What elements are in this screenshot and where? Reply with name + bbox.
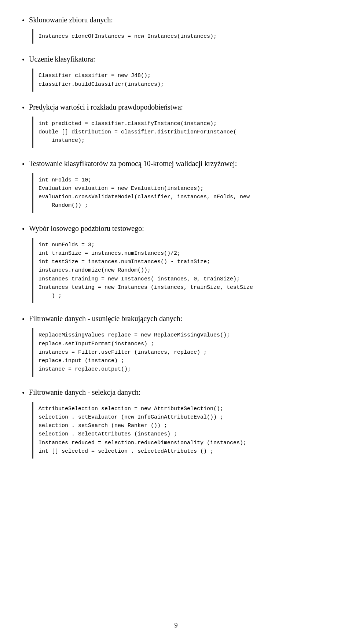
code-block-1: Instances cloneOfInstances = new Instanc… bbox=[32, 29, 330, 44]
bullet-item-3: • Predykcja wartości i rozkładu prawdopo… bbox=[22, 102, 330, 113]
section-title-4: Testowanie klasyfikatorów za pomocą 10-k… bbox=[29, 158, 237, 169]
bullet-icon-4: • bbox=[22, 159, 25, 169]
bullet-icon-5: • bbox=[22, 224, 25, 234]
bullet-icon-2: • bbox=[22, 55, 25, 65]
bullet-item-2: • Uczenie klasyfikatora: bbox=[22, 54, 330, 65]
page-content: • Sklonowanie zbioru danych: Instances c… bbox=[22, 15, 330, 459]
section-6: • Filtrowanie danych - usunięcie brakują… bbox=[22, 313, 330, 376]
code-block-4: int nFolds = 10; Evaluation evaluation =… bbox=[32, 173, 330, 213]
section-2: • Uczenie klasyfikatora: Classifier clas… bbox=[22, 54, 330, 92]
section-5: • Wybór losowego podzbioru testowego: in… bbox=[22, 223, 330, 303]
section-title-3: Predykcja wartości i rozkładu prawdopodo… bbox=[29, 102, 183, 112]
page-number: 9 bbox=[0, 622, 352, 629]
bullet-icon-1: • bbox=[22, 15, 25, 26]
bullet-icon-7: • bbox=[22, 388, 25, 398]
section-1: • Sklonowanie zbioru danych: Instances c… bbox=[22, 15, 330, 44]
section-7: • Filtrowanie danych - selekcja danych: … bbox=[22, 387, 330, 459]
code-block-2: Classifier classifier = new J48(); class… bbox=[32, 69, 330, 92]
code-block-7: AttributeSelection selection = new Attri… bbox=[32, 402, 330, 459]
bullet-icon-6: • bbox=[22, 314, 25, 324]
section-title-5: Wybór losowego podzbioru testowego: bbox=[29, 223, 144, 233]
code-block-5: int numFolds = 3; int trainSize = instan… bbox=[32, 238, 330, 303]
bullet-item-6: • Filtrowanie danych - usunięcie brakują… bbox=[22, 313, 330, 324]
section-4: • Testowanie klasyfikatorów za pomocą 10… bbox=[22, 158, 330, 213]
section-title-7: Filtrowanie danych - selekcja danych: bbox=[29, 387, 140, 397]
bullet-item-5: • Wybór losowego podzbioru testowego: bbox=[22, 223, 330, 234]
bullet-icon-3: • bbox=[22, 103, 25, 113]
section-3: • Predykcja wartości i rozkładu prawdopo… bbox=[22, 102, 330, 148]
code-block-6: ReplaceMissingValues replace = new Repla… bbox=[32, 328, 330, 376]
bullet-item-1: • Sklonowanie zbioru danych: bbox=[22, 15, 330, 26]
section-title-2: Uczenie klasyfikatora: bbox=[29, 54, 95, 64]
section-title-6: Filtrowanie danych - usunięcie brakujący… bbox=[29, 313, 182, 324]
section-title-1: Sklonowanie zbioru danych: bbox=[29, 15, 113, 25]
bullet-item-4: • Testowanie klasyfikatorów za pomocą 10… bbox=[22, 158, 330, 169]
code-block-3: int predicted = classifier.classifyInsta… bbox=[32, 117, 330, 148]
bullet-item-7: • Filtrowanie danych - selekcja danych: bbox=[22, 387, 330, 398]
